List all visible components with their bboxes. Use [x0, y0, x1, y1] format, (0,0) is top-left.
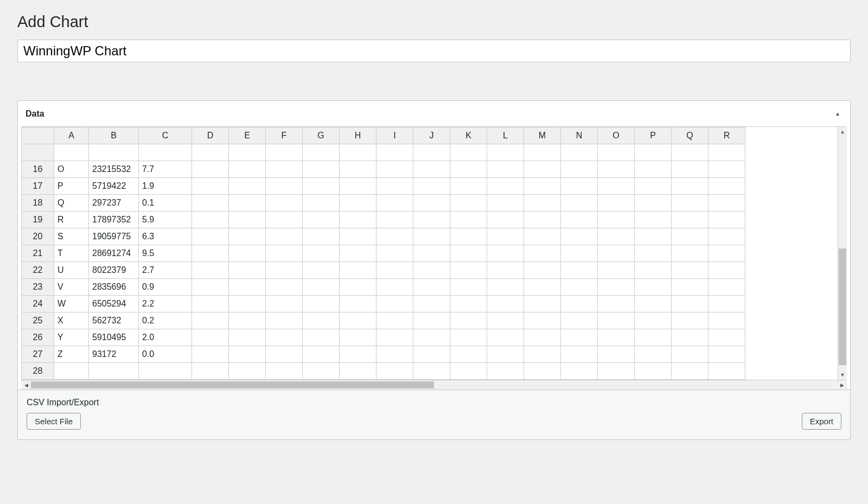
cell[interactable] — [376, 346, 413, 363]
cell[interactable] — [192, 346, 229, 363]
cell[interactable] — [413, 363, 450, 380]
cell[interactable]: 23215532 — [89, 161, 139, 178]
cell[interactable] — [376, 161, 413, 178]
cell[interactable] — [192, 312, 229, 329]
cell[interactable] — [303, 296, 340, 312]
cell[interactable] — [340, 212, 376, 228]
row-header[interactable]: 20 — [22, 228, 54, 245]
cell[interactable] — [266, 161, 303, 178]
cell[interactable] — [635, 212, 672, 228]
cell[interactable] — [672, 296, 709, 312]
cell[interactable] — [376, 363, 413, 380]
column-header[interactable]: E — [229, 127, 266, 144]
cell[interactable] — [229, 346, 266, 363]
cell[interactable] — [561, 346, 598, 363]
cell[interactable] — [487, 329, 524, 346]
select-file-button[interactable]: Select File — [27, 413, 81, 430]
cell[interactable] — [376, 312, 413, 329]
cell[interactable]: 5719422 — [89, 178, 139, 195]
row-header[interactable]: 18 — [22, 195, 54, 212]
cell[interactable] — [524, 296, 561, 312]
row-header[interactable]: 19 — [22, 212, 54, 228]
cell[interactable] — [229, 312, 266, 329]
cell[interactable] — [672, 312, 709, 329]
cell[interactable] — [450, 212, 487, 228]
column-header[interactable]: F — [266, 127, 303, 144]
cell[interactable]: 562732 — [89, 312, 139, 329]
cell[interactable]: S — [54, 228, 89, 245]
cell[interactable] — [229, 228, 266, 245]
vertical-scrollbar[interactable]: ▲ ▼ — [838, 127, 847, 380]
cell[interactable] — [303, 228, 340, 245]
cell[interactable] — [561, 296, 598, 312]
column-header[interactable]: K — [450, 127, 487, 144]
cell[interactable]: O — [54, 161, 89, 178]
cell[interactable] — [561, 363, 598, 380]
cell[interactable] — [672, 346, 709, 363]
cell[interactable]: 297237 — [89, 195, 139, 212]
cell[interactable] — [487, 245, 524, 262]
cell[interactable] — [450, 312, 487, 329]
cell[interactable] — [635, 245, 672, 262]
scroll-down-arrow-icon[interactable]: ▼ — [838, 370, 847, 380]
cell[interactable] — [709, 178, 745, 195]
cell[interactable] — [635, 312, 672, 329]
cell[interactable] — [229, 161, 266, 178]
cell[interactable] — [340, 178, 376, 195]
cell[interactable]: 6505294 — [89, 296, 139, 312]
cell[interactable] — [487, 279, 524, 296]
cell[interactable] — [450, 279, 487, 296]
cell[interactable] — [524, 195, 561, 212]
cell[interactable] — [192, 329, 229, 346]
cell[interactable] — [266, 363, 303, 380]
cell[interactable] — [229, 195, 266, 212]
cell[interactable] — [487, 195, 524, 212]
cell[interactable] — [709, 279, 745, 296]
column-header[interactable]: A — [54, 127, 89, 144]
column-header[interactable]: I — [376, 127, 413, 144]
cell[interactable] — [487, 228, 524, 245]
cell[interactable] — [192, 212, 229, 228]
cell[interactable] — [524, 212, 561, 228]
cell[interactable] — [561, 312, 598, 329]
cell[interactable] — [413, 329, 450, 346]
cell[interactable] — [561, 228, 598, 245]
cell[interactable]: P — [54, 178, 89, 195]
cell[interactable] — [561, 262, 598, 279]
cell[interactable] — [340, 363, 376, 380]
cell[interactable] — [672, 195, 709, 212]
cell[interactable] — [487, 296, 524, 312]
cell[interactable] — [266, 228, 303, 245]
cell[interactable] — [709, 346, 745, 363]
cell[interactable] — [524, 161, 561, 178]
cell[interactable] — [524, 245, 561, 262]
row-header[interactable]: 21 — [22, 245, 54, 262]
cell[interactable]: 2.2 — [139, 296, 192, 312]
cell[interactable] — [266, 262, 303, 279]
cell[interactable] — [340, 296, 376, 312]
cell[interactable] — [413, 312, 450, 329]
cell[interactable] — [598, 228, 635, 245]
cell[interactable] — [598, 312, 635, 329]
cell[interactable] — [192, 228, 229, 245]
cell[interactable] — [672, 245, 709, 262]
cell[interactable] — [303, 212, 340, 228]
cell[interactable] — [709, 212, 745, 228]
row-header[interactable]: 26 — [22, 329, 54, 346]
cell[interactable] — [635, 279, 672, 296]
cell[interactable] — [672, 228, 709, 245]
row-header[interactable]: 16 — [22, 161, 54, 178]
column-header[interactable]: H — [340, 127, 376, 144]
cell[interactable] — [672, 262, 709, 279]
column-header[interactable]: Q — [672, 127, 709, 144]
cell[interactable] — [266, 312, 303, 329]
cell[interactable] — [303, 262, 340, 279]
cell[interactable] — [54, 363, 89, 380]
cell[interactable] — [450, 161, 487, 178]
cell[interactable] — [303, 346, 340, 363]
cell[interactable] — [376, 228, 413, 245]
cell[interactable] — [635, 228, 672, 245]
cell[interactable] — [376, 195, 413, 212]
cell[interactable] — [487, 363, 524, 380]
cell[interactable]: 0.9 — [139, 279, 192, 296]
